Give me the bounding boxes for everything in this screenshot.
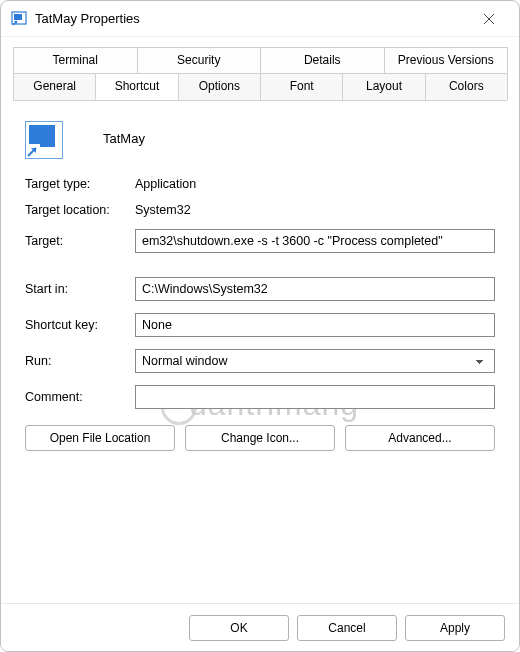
comment-label: Comment: xyxy=(25,390,135,404)
advanced-button[interactable]: Advanced... xyxy=(345,425,495,451)
target-location-label: Target location: xyxy=(25,203,135,217)
shortcut-name: TatMay xyxy=(103,131,145,146)
tabs-row-1: Terminal Security Details Previous Versi… xyxy=(13,47,507,74)
shortcutkey-row: Shortcut key: xyxy=(25,313,495,337)
target-type-row: Target type: Application xyxy=(25,177,495,191)
svg-rect-1 xyxy=(14,14,22,20)
run-row: Run: Normal window xyxy=(25,349,495,373)
shortcut-header: TatMay xyxy=(25,117,495,159)
shortcut-file-icon xyxy=(25,121,63,159)
tab-font[interactable]: Font xyxy=(260,73,343,100)
change-icon-button[interactable]: Change Icon... xyxy=(185,425,335,451)
tab-colors[interactable]: Colors xyxy=(425,73,508,100)
titlebar: TatMay Properties xyxy=(1,1,519,37)
shortcutkey-label: Shortcut key: xyxy=(25,318,135,332)
tab-terminal[interactable]: Terminal xyxy=(13,47,138,73)
tab-general[interactable]: General xyxy=(13,73,96,100)
comment-input[interactable] xyxy=(135,385,495,409)
close-button[interactable] xyxy=(469,3,509,35)
tab-details[interactable]: Details xyxy=(260,47,385,73)
target-location-row: Target location: System32 xyxy=(25,203,495,217)
tab-content-shortcut: uantrimang TatMay Target type: Applicati… xyxy=(1,101,519,461)
ok-button[interactable]: OK xyxy=(189,615,289,641)
target-type-label: Target type: xyxy=(25,177,135,191)
run-label: Run: xyxy=(25,354,135,368)
run-select-value: Normal window xyxy=(142,354,227,368)
action-buttons-row: Open File Location Change Icon... Advanc… xyxy=(25,425,495,451)
tab-security[interactable]: Security xyxy=(137,47,262,73)
startin-input[interactable] xyxy=(135,277,495,301)
dialog-footer: OK Cancel Apply xyxy=(1,603,519,651)
shortcut-overlay-icon xyxy=(26,144,40,158)
window-icon xyxy=(11,11,27,27)
target-label: Target: xyxy=(25,234,135,248)
tabs-area: Terminal Security Details Previous Versi… xyxy=(1,37,519,101)
target-location-value: System32 xyxy=(135,203,191,217)
target-input[interactable] xyxy=(135,229,495,253)
tab-layout[interactable]: Layout xyxy=(342,73,425,100)
tabs-row-2: General Shortcut Options Font Layout Col… xyxy=(13,73,507,101)
target-row: Target: xyxy=(25,229,495,253)
cancel-button[interactable]: Cancel xyxy=(297,615,397,641)
apply-button[interactable]: Apply xyxy=(405,615,505,641)
tab-shortcut[interactable]: Shortcut xyxy=(95,73,178,100)
tab-previous-versions[interactable]: Previous Versions xyxy=(384,47,509,73)
run-select[interactable]: Normal window xyxy=(135,349,495,373)
tab-options[interactable]: Options xyxy=(178,73,261,100)
target-type-value: Application xyxy=(135,177,196,191)
startin-label: Start in: xyxy=(25,282,135,296)
comment-row: Comment: xyxy=(25,385,495,409)
window-title: TatMay Properties xyxy=(35,11,140,26)
shortcutkey-input[interactable] xyxy=(135,313,495,337)
startin-row: Start in: xyxy=(25,277,495,301)
close-icon xyxy=(484,14,494,24)
open-file-location-button[interactable]: Open File Location xyxy=(25,425,175,451)
